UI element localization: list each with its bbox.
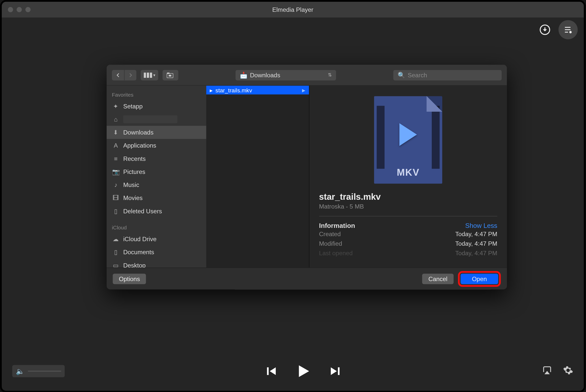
search-field[interactable]: 🔍 Search xyxy=(393,70,502,80)
window-controls[interactable] xyxy=(8,7,31,12)
svg-rect-9 xyxy=(338,367,340,375)
divider xyxy=(319,216,497,217)
info-row-created: CreatedToday, 4:47 PM xyxy=(319,229,497,239)
svg-rect-6 xyxy=(167,72,169,74)
documents-icon: ▯ xyxy=(112,249,120,256)
document-icon: ▯ xyxy=(112,208,120,215)
volume-icon: 🔈 xyxy=(16,367,25,375)
view-mode-segment[interactable]: ▾ xyxy=(141,70,158,80)
thumbnail: MKV xyxy=(319,95,497,184)
sidebar-item-deleted-users[interactable]: ▯Deleted Users xyxy=(107,205,206,218)
file-type-icon: ▸ xyxy=(210,87,213,93)
volume-slider[interactable]: 🔈 xyxy=(12,365,65,377)
sidebar-item-movies[interactable]: 🎞Movies xyxy=(107,191,206,205)
sidebar-item-setapp[interactable]: ✦Setapp xyxy=(107,100,206,113)
download-icon[interactable] xyxy=(538,22,552,37)
path-label: Downloads xyxy=(250,72,280,79)
app-title: Elmedia Player xyxy=(2,6,584,13)
music-icon: ♪ xyxy=(112,181,120,188)
close-window-icon[interactable] xyxy=(8,7,13,12)
mkv-file-icon: MKV xyxy=(374,96,442,183)
zoom-window-icon[interactable] xyxy=(25,7,31,12)
svg-rect-4 xyxy=(150,72,152,78)
svg-rect-8 xyxy=(267,367,269,375)
sidebar-item-home[interactable]: ⌂ xyxy=(107,113,206,126)
sidebar-item-downloads[interactable]: ⬇Downloads xyxy=(107,126,206,139)
info-header: Information xyxy=(319,222,355,229)
favorites-header: Favorites xyxy=(107,89,206,100)
sidebar-item-applications[interactable]: AApplications xyxy=(107,139,206,152)
dialog-footer: Options Cancel Open xyxy=(107,268,507,289)
sidebar-item-recents[interactable]: ≡Recents xyxy=(107,152,206,165)
chevron-updown-icon: ⇅ xyxy=(328,72,332,78)
movies-icon: 🎞 xyxy=(112,194,120,202)
search-placeholder: Search xyxy=(408,72,427,79)
downloads-icon: ⬇ xyxy=(112,129,120,136)
airplay-icon[interactable] xyxy=(542,365,552,377)
svg-rect-7 xyxy=(169,75,171,76)
file-name: star_trails.mkv xyxy=(215,87,252,93)
forward-button[interactable] xyxy=(124,70,136,80)
app-topbar xyxy=(2,18,584,42)
group-button[interactable] xyxy=(163,70,178,80)
dialog-toolbar: ▾ 📩Downloads ⇅ 🔍 Search xyxy=(107,65,507,86)
desktop-icon: ▭ xyxy=(112,262,120,268)
home-icon: ⌂ xyxy=(112,116,120,123)
volume-track[interactable] xyxy=(28,371,61,371)
preview-subtitle: Matroska - 5 MB xyxy=(319,203,497,210)
path-dropdown[interactable]: 📩Downloads ⇅ xyxy=(236,70,336,80)
options-button[interactable]: Options xyxy=(113,274,146,284)
playlist-icon[interactable] xyxy=(558,20,578,39)
icloud-header: iCloud xyxy=(107,222,206,233)
svg-rect-3 xyxy=(146,72,149,78)
chevron-right-icon: ▶ xyxy=(302,88,306,92)
app-window: Elmedia Player ▾ 📩Downloads ⇅ 🔍 Sear xyxy=(0,0,585,392)
minimize-window-icon[interactable] xyxy=(17,7,22,12)
preview-pane: MKV star_trails.mkv Matroska - 5 MB Info… xyxy=(309,86,507,268)
view-grouping[interactable] xyxy=(163,70,178,80)
highlight-annotation: Open xyxy=(458,271,501,287)
nav-back-forward[interactable] xyxy=(112,70,136,80)
info-row-last-opened: Last openedToday, 4:47 PM xyxy=(319,248,497,258)
titlebar: Elmedia Player xyxy=(2,2,584,18)
info-row-modified: ModifiedToday, 4:47 PM xyxy=(319,239,497,248)
dialog-body: Favorites ✦Setapp ⌂ ⬇Downloads AApplicat… xyxy=(107,86,507,268)
file-row[interactable]: ▸ star_trails.mkv ▶ xyxy=(206,86,309,94)
file-list-column: ▸ star_trails.mkv ▶ xyxy=(206,86,309,268)
cancel-button[interactable]: Cancel xyxy=(422,274,454,284)
show-less-link[interactable]: Show Less xyxy=(465,222,497,229)
pictures-icon: 📷 xyxy=(112,168,120,175)
view-columns-button[interactable]: ▾ xyxy=(141,70,158,80)
back-button[interactable] xyxy=(112,70,124,80)
player-controls: 🔈 xyxy=(2,352,584,391)
setapp-icon: ✦ xyxy=(112,103,120,110)
folder-downloads-icon: 📩 xyxy=(240,72,247,79)
sidebar-item-documents[interactable]: ▯Documents xyxy=(107,246,206,259)
redacted-label xyxy=(123,115,177,123)
sidebar-item-icloud-drive[interactable]: ☁iCloud Drive xyxy=(107,233,206,246)
icloud-icon: ☁ xyxy=(112,236,120,243)
sidebar-item-pictures[interactable]: 📷Pictures xyxy=(107,165,206,178)
sidebar-item-desktop[interactable]: ▭Desktop xyxy=(107,259,206,268)
next-button[interactable] xyxy=(329,365,342,378)
svg-rect-2 xyxy=(143,72,146,78)
sidebar: Favorites ✦Setapp ⌂ ⬇Downloads AApplicat… xyxy=(107,86,206,268)
open-file-dialog: ▾ 📩Downloads ⇅ 🔍 Search Favorites ✦Setap… xyxy=(107,65,507,289)
previous-button[interactable] xyxy=(265,365,278,378)
applications-icon: A xyxy=(112,142,120,149)
svg-point-1 xyxy=(570,31,571,33)
recents-icon: ≡ xyxy=(112,155,120,162)
play-button[interactable] xyxy=(295,362,312,380)
preview-file-name: star_trails.mkv xyxy=(319,192,497,202)
search-icon: 🔍 xyxy=(398,72,405,79)
sidebar-item-music[interactable]: ♪Music xyxy=(107,178,206,191)
open-button[interactable]: Open xyxy=(461,274,498,284)
settings-icon[interactable] xyxy=(563,365,573,377)
